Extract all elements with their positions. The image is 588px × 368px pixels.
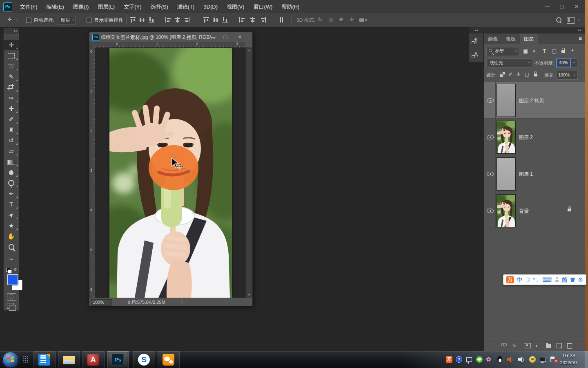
tray-flower-icon[interactable]: ✿ <box>486 356 492 363</box>
taskbar-sogou-browser[interactable]: S <box>133 351 155 368</box>
menu-select[interactable]: 选择(S) <box>146 0 172 13</box>
tray-help-icon[interactable]: ? <box>456 356 462 363</box>
menu-image[interactable]: 图像(I) <box>69 0 93 13</box>
auto-select-checkbox[interactable] <box>26 18 31 23</box>
taskbar-photoshop[interactable]: Ps <box>107 351 129 368</box>
distribute-top-edges-icon[interactable] <box>203 17 209 22</box>
filter-smart-object-icon[interactable] <box>561 50 565 53</box>
toolbox-header[interactable]: ▸▸ <box>4 28 19 35</box>
workspace-chevron-icon[interactable]: ˅ <box>578 18 580 22</box>
tool-preset-chevron-icon[interactable]: ˅ <box>16 18 18 22</box>
menu-3d[interactable]: 3D(D) <box>199 0 222 13</box>
tab-color[interactable]: 颜色 <box>484 34 502 44</box>
lock-position-icon[interactable]: ✛ <box>517 72 521 77</box>
opacity-field[interactable]: 40% <box>556 58 571 67</box>
toolbox-collapse-icon[interactable]: ▸▸ <box>14 28 18 34</box>
align-bottom-edges-icon[interactable] <box>149 17 154 22</box>
taskbar-video-editor[interactable] <box>33 351 56 368</box>
panel-menu-icon[interactable]: ≡ <box>579 35 582 42</box>
layer-row-background[interactable]: 背景 <box>484 192 585 229</box>
workspace-switcher-icon[interactable] <box>567 17 575 24</box>
adjustment-layer-icon[interactable]: ◐ <box>535 343 538 349</box>
ime-account-icon[interactable] <box>555 277 559 283</box>
touch-keyboard-icon[interactable] <box>23 356 29 363</box>
align-right-edges-icon[interactable] <box>184 17 190 22</box>
quick-selection-tool[interactable]: ✎ <box>4 72 19 82</box>
filter-shape-layers-icon[interactable]: ▢ <box>552 48 557 54</box>
new-layer-icon[interactable] <box>557 343 562 348</box>
ime-settings-gear-icon[interactable]: ⚙ <box>578 275 583 285</box>
layer-style-icon[interactable]: fx <box>512 343 516 348</box>
zoom-tool[interactable] <box>4 242 19 252</box>
align-vertical-centers-icon[interactable] <box>139 17 145 22</box>
layer-row[interactable]: 图层 1 <box>484 155 585 192</box>
distribute-horizontal-centers-icon[interactable] <box>250 17 256 22</box>
taskbar-file-explorer[interactable] <box>58 351 80 368</box>
layer-thumbnail-gray[interactable] <box>497 84 516 117</box>
brush-tool[interactable]: ✐ <box>4 114 19 125</box>
tray-volume-icon[interactable] <box>518 356 524 363</box>
eye-icon[interactable] <box>487 209 494 213</box>
show-transform-checkbox[interactable] <box>87 18 92 23</box>
layer-name[interactable]: 背景 <box>519 208 529 215</box>
3d-roll-icon[interactable]: ◎ <box>328 16 333 22</box>
expand-panels-icon[interactable]: ▸▸ <box>578 27 581 33</box>
menu-layer[interactable]: 图层(L) <box>93 0 119 13</box>
edit-toolbar-button[interactable]: ••• <box>4 254 19 265</box>
close-button[interactable]: ✕ <box>569 0 584 13</box>
lock-all-icon[interactable] <box>534 74 537 76</box>
eye-icon[interactable] <box>487 135 494 139</box>
tray-sogou-ime-icon[interactable]: 万 <box>446 356 452 363</box>
swap-colors-icon[interactable]: ⇄ <box>12 267 18 272</box>
taskbar-autocad[interactable]: A <box>82 351 105 368</box>
show-desktop-button[interactable] <box>586 351 588 368</box>
horizontal-ruler[interactable]: 0 1 2 3 <box>95 42 245 48</box>
menu-edit[interactable]: 编辑(E) <box>42 0 69 13</box>
foreground-color-swatch[interactable] <box>7 274 18 285</box>
tray-network-icon[interactable] <box>540 357 546 362</box>
ime-simplified-button[interactable]: 简 <box>561 275 567 285</box>
eraser-tool[interactable]: ▱ <box>4 146 19 157</box>
tray-wechat-icon[interactable] <box>476 356 483 363</box>
filter-pin-icon[interactable]: ● <box>571 48 574 52</box>
eyedropper-tool[interactable]: ✑ <box>4 93 19 103</box>
3d-camera-icon[interactable] <box>359 18 364 22</box>
add-mask-icon[interactable] <box>524 343 531 348</box>
new-group-icon[interactable] <box>546 344 551 348</box>
align-horizontal-centers-icon[interactable] <box>175 17 180 22</box>
history-brush-tool[interactable]: ↺ <box>4 135 19 146</box>
canvas-photo[interactable] <box>109 48 232 298</box>
3d-orbit-icon[interactable]: ↻ <box>318 16 322 22</box>
lock-artboard-icon[interactable]: ▢ <box>525 72 529 77</box>
distribute-vertical-centers-icon[interactable] <box>213 17 218 22</box>
ime-moon-icon[interactable]: ☽ <box>525 275 530 285</box>
ime-keyboard-icon[interactable]: ⌨ <box>542 275 552 285</box>
move-tool[interactable]: ✛ <box>4 40 19 50</box>
scroll-down-icon[interactable]: ▼ <box>246 294 252 296</box>
layer-thumbnail-gray[interactable] <box>497 157 516 191</box>
filter-image-layers-icon[interactable]: ▣ <box>523 48 528 54</box>
distribute-bottom-edges-icon[interactable] <box>222 17 228 22</box>
tray-speaker-orange-icon[interactable] <box>506 356 513 363</box>
collapse-panels-icon[interactable]: ◂◂ <box>474 27 478 33</box>
menu-type[interactable]: 文字(Y) <box>119 0 146 13</box>
gradient-tool[interactable] <box>4 157 19 167</box>
canvas-area[interactable] <box>95 47 245 298</box>
layer-thumbnail-photo[interactable] <box>497 121 516 154</box>
type-tool[interactable]: T <box>4 199 19 210</box>
taskbar-clock[interactable]: 16:23 2022/9/7 <box>552 352 586 367</box>
layer-name[interactable]: 图层 2 拷贝 <box>519 97 544 104</box>
screen-mode-button[interactable] <box>7 303 14 309</box>
scroll-up-icon[interactable]: ▲ <box>246 49 252 52</box>
filter-adjustment-layers-icon[interactable]: ◐ <box>533 48 536 54</box>
layer-name[interactable]: 图层 2 <box>519 134 533 141</box>
ime-logo-button[interactable]: 万 <box>506 276 514 283</box>
document-maximize-button[interactable]: ▢ <box>220 33 231 41</box>
ime-chinese-mode-button[interactable]: 中 <box>517 275 522 285</box>
distribute-left-edges-icon[interactable] <box>239 17 245 22</box>
paragraph-panel-button[interactable]: ¶ <box>469 34 483 47</box>
menu-window[interactable]: 窗口(W) <box>249 0 277 13</box>
hand-tool[interactable]: ✋ <box>4 231 19 242</box>
custom-shape-tool[interactable]: ★ <box>4 220 19 231</box>
search-icon[interactable] <box>556 17 561 22</box>
